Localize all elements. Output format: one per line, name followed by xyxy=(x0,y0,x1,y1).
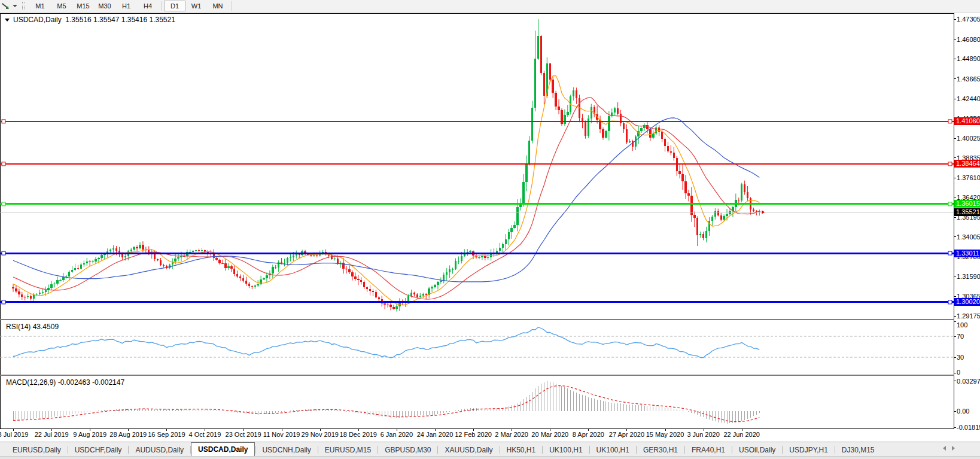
chart-tab-ger30-h1[interactable]: GER30,H1 xyxy=(637,444,684,456)
candle xyxy=(655,124,657,135)
candle xyxy=(699,232,701,238)
chart-tab-hk50-h1[interactable]: HK50,H1 xyxy=(500,444,543,456)
candle xyxy=(623,122,625,133)
price-tick-mark xyxy=(954,99,956,99)
timeframe-button-h1[interactable]: H1 xyxy=(115,1,137,11)
chart-tab-xauusd-daily[interactable]: XAUUSD,Daily xyxy=(438,444,499,456)
candle xyxy=(684,175,686,199)
macd-pane-canvas[interactable] xyxy=(0,376,954,428)
chart-tab-usdjpy-h1[interactable]: USDJPY,H1 xyxy=(783,444,834,456)
candle xyxy=(599,115,601,133)
price-tick-mark xyxy=(954,138,956,139)
candle xyxy=(741,183,742,203)
candle xyxy=(446,268,448,281)
time-tick-label: 28 Aug 2019 xyxy=(109,431,147,438)
time-tick-label: 8 Apr 2020 xyxy=(573,431,604,438)
candle xyxy=(101,254,102,260)
timeframe-button-m1[interactable]: M1 xyxy=(29,1,51,11)
rsi-tick-mark xyxy=(954,321,956,322)
candle xyxy=(59,279,61,281)
candle xyxy=(681,165,683,190)
timeframe-button-mn[interactable]: MN xyxy=(207,1,229,11)
drawing-tool-group[interactable] xyxy=(0,0,20,12)
rsi-label: RSI(14) 43.4509 xyxy=(6,323,59,331)
candle xyxy=(502,242,504,252)
chart-tab-dj30-m15[interactable]: DJ30,M15 xyxy=(835,444,881,456)
candle xyxy=(239,274,241,281)
price-tick-mark xyxy=(954,19,956,20)
line-anchor-handle[interactable] xyxy=(948,300,952,304)
candle xyxy=(227,263,229,270)
chart-tab-eurusd-m15[interactable]: EURUSD,M15 xyxy=(318,444,378,456)
chart-tab-audusd-daily[interactable]: AUDUSD,Daily xyxy=(129,444,190,456)
candle xyxy=(591,104,592,123)
candle xyxy=(735,193,736,212)
moving-average-8 xyxy=(13,76,759,305)
chart-tab-usdchf-daily[interactable]: USDCHF,Daily xyxy=(68,444,129,456)
timeframe-button-w1[interactable]: W1 xyxy=(185,1,207,11)
time-tick-label: 4 Oct 2019 xyxy=(189,431,221,438)
candle xyxy=(354,272,356,281)
main-chart-canvas[interactable] xyxy=(0,14,954,319)
candle xyxy=(77,265,79,270)
timeframe-button-m5[interactable]: M5 xyxy=(51,1,72,11)
price-tick-mark xyxy=(954,217,956,218)
rsi-tick-mark xyxy=(954,357,956,358)
timeframe-button-m30[interactable]: M30 xyxy=(94,1,115,11)
line-anchor-handle[interactable] xyxy=(948,120,952,123)
chart-tab-uk100-h1[interactable]: UK100,H1 xyxy=(590,444,636,456)
tabs-scroll-right-icon[interactable] xyxy=(952,446,955,451)
chart-tab-usdcnh-daily[interactable]: USDCNH,Daily xyxy=(255,444,317,456)
candle xyxy=(375,290,377,298)
candle xyxy=(334,257,336,261)
price-tick-label: 1.34005 xyxy=(957,233,980,241)
candle xyxy=(676,156,678,176)
macd-tick-label: 0.00 xyxy=(957,408,980,415)
candle xyxy=(348,266,350,274)
line-anchor-handle[interactable] xyxy=(2,202,5,206)
candle xyxy=(218,259,220,265)
chart-tab-gbpusd-m30[interactable]: GBPUSD,M30 xyxy=(378,444,437,456)
price-tick-label: 1.44890 xyxy=(957,55,980,62)
chart-tab-usoil-daily[interactable]: USOil,Daily xyxy=(732,444,782,456)
line-anchor-handle[interactable] xyxy=(2,162,5,166)
candle xyxy=(490,249,492,261)
candle xyxy=(528,136,530,165)
chart-title[interactable]: USDCAD,Daily 1.35516 1.35547 1.35416 1.3… xyxy=(5,16,175,24)
candle xyxy=(104,253,105,259)
candle xyxy=(567,105,568,117)
toolbar-grip[interactable] xyxy=(22,2,25,10)
tabs-scroll-left-icon[interactable] xyxy=(943,446,946,451)
line-anchor-handle[interactable] xyxy=(948,202,952,206)
candle xyxy=(372,289,374,296)
chart-tab-usdcad-daily[interactable]: USDCAD,Daily xyxy=(191,442,255,456)
timeframe-button-m15[interactable]: M15 xyxy=(72,1,94,11)
candle xyxy=(275,265,276,269)
timeframe-button-d1[interactable]: D1 xyxy=(164,1,185,11)
candle xyxy=(673,147,675,160)
candle xyxy=(177,254,179,262)
candle xyxy=(605,130,607,139)
timeframe-button-h4[interactable]: H4 xyxy=(137,1,159,11)
chart-tab-eurusd-daily[interactable]: EURUSD,Daily xyxy=(6,444,68,456)
mt4-window: M1M5M15M30H1H4D1W1MN USDCAD,Daily 1.3551… xyxy=(0,0,980,459)
line-anchor-handle[interactable] xyxy=(948,162,952,166)
caret-down-icon[interactable] xyxy=(13,5,17,7)
time-tick-label: 22 Jul 2019 xyxy=(35,431,69,438)
chart-tab-fra40-h1[interactable]: FRA40,H1 xyxy=(685,444,732,456)
chart-title-caret-icon[interactable] xyxy=(5,19,10,22)
line-anchor-handle[interactable] xyxy=(2,300,5,304)
chart-tab-uk100-h1[interactable]: UK100,H1 xyxy=(543,444,589,456)
candle xyxy=(522,174,524,207)
rsi-pane-canvas[interactable] xyxy=(0,320,954,375)
candle xyxy=(455,259,456,270)
time-tick-label: 3 Jul 2019 xyxy=(0,431,28,438)
candle xyxy=(233,266,235,276)
candle xyxy=(543,71,545,104)
line-anchor-handle[interactable] xyxy=(2,251,5,255)
line-anchor-handle[interactable] xyxy=(948,251,952,255)
line-anchor-handle[interactable] xyxy=(2,120,5,123)
candle xyxy=(588,115,589,138)
trendline-tool-icon[interactable] xyxy=(2,2,10,10)
price-tick-label: 1.40025 xyxy=(957,135,980,142)
